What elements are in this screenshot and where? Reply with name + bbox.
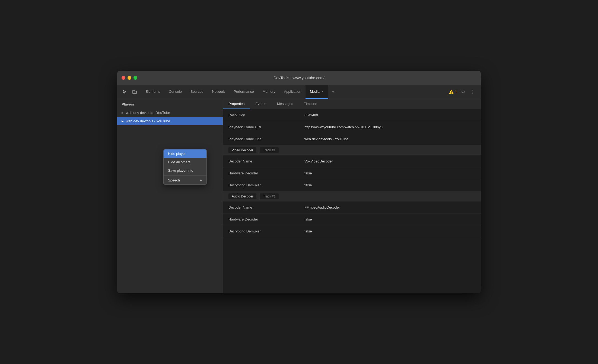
prop-row-playback-url: Playback Frame URL https://www.youtube.c… (223, 121, 481, 133)
warning-badge[interactable]: ⚠️ 1 (449, 90, 457, 94)
prop-row-video-decoder-name: Decoder Name VpxVideoDecoder (223, 155, 481, 167)
prop-label-playback-title: Playback Frame Title (228, 137, 304, 141)
audio-decoder-track: Track #1 (260, 193, 279, 199)
window-title: DevTools - www.youtube.com/ (273, 76, 325, 80)
prop-value-resolution: 854x480 (304, 113, 475, 117)
prop-value-playback-title: web.dev devtools - YouTube (304, 137, 475, 141)
device-icon[interactable] (130, 88, 139, 96)
prop-value-audio-decoder-name: FFmpegAudioDecoder (304, 205, 475, 209)
prop-row-video-hardware: Hardware Decoder false (223, 167, 481, 179)
prop-row-audio-decoder-name: Decoder Name FFmpegAudioDecoder (223, 202, 481, 213)
expand-arrow-2: ▶ (122, 120, 124, 123)
right-panel: Properties Events Messages Timeline Reso… (223, 99, 481, 293)
close-media-tab[interactable]: ✕ (321, 90, 324, 93)
toolbar: Elements Console Sources Network Perform… (117, 85, 481, 99)
prop-row-audio-demuxer: Decrypting Demuxer false (223, 225, 481, 237)
audio-decoder-badge: Audio Decoder (228, 193, 256, 199)
tab-application[interactable]: Application (280, 85, 306, 99)
video-decoder-section-header: Video Decoder Track #1 (223, 145, 481, 155)
prop-label-audio-demuxer: Decrypting Demuxer (228, 229, 304, 233)
minimize-button[interactable] (128, 76, 131, 80)
panel-tabs: Properties Events Messages Timeline (223, 99, 481, 109)
prop-value-video-demuxer: false (304, 183, 475, 187)
prop-row-video-demuxer: Decrypting Demuxer false (223, 179, 481, 191)
more-tabs-icon[interactable]: » (329, 88, 338, 96)
player-item-1[interactable]: ▶ web.dev devtools - YouTube (117, 108, 223, 117)
traffic-lights (122, 76, 137, 80)
player-label-1: web.dev devtools - YouTube (126, 111, 170, 115)
prop-label-video-decoder-name: Decoder Name (228, 159, 304, 163)
panel-tab-events[interactable]: Events (250, 99, 272, 109)
tab-network[interactable]: Network (208, 85, 230, 99)
prop-label-video-demuxer: Decrypting Demuxer (228, 183, 304, 187)
prop-label-playback-url: Playback Frame URL (228, 125, 304, 129)
svg-rect-0 (133, 90, 135, 94)
prop-value-audio-hardware: false (304, 217, 475, 221)
sidebar: Players ▶ web.dev devtools - YouTube ▶ w… (117, 99, 223, 293)
prop-value-video-hardware: false (304, 171, 475, 175)
prop-row-resolution: Resolution 854x480 (223, 109, 481, 121)
video-decoder-badge: Video Decoder (228, 147, 256, 153)
context-menu-speech[interactable]: Speech ▶ (164, 176, 206, 184)
context-menu-save-player-info[interactable]: Save player info (164, 166, 206, 175)
more-options-icon[interactable]: ⋮ (469, 88, 476, 96)
close-button[interactable] (122, 76, 125, 80)
properties-table: Resolution 854x480 Playback Frame URL ht… (223, 109, 481, 293)
panel-tab-properties[interactable]: Properties (223, 99, 250, 109)
prop-label-audio-hardware: Hardware Decoder (228, 217, 304, 221)
player-label-2: web.dev devtools - YouTube (126, 119, 170, 123)
tab-elements[interactable]: Elements (141, 85, 164, 99)
titlebar: DevTools - www.youtube.com/ (117, 71, 481, 85)
main-content: Players ▶ web.dev devtools - YouTube ▶ w… (117, 99, 481, 293)
toolbar-icons (118, 88, 141, 96)
nav-tabs: Elements Console Sources Network Perform… (141, 85, 446, 99)
settings-icon[interactable]: ⚙ (459, 88, 467, 96)
warning-icon: ⚠️ (449, 90, 454, 94)
prop-value-playback-url: https://www.youtube.com/watch?v=H0XScE08… (304, 125, 475, 129)
tab-performance[interactable]: Performance (229, 85, 258, 99)
context-menu-hide-player[interactable]: Hide player (164, 149, 206, 158)
prop-label-resolution: Resolution (228, 113, 304, 117)
tab-media[interactable]: Media ✕ (306, 85, 328, 99)
context-menu-hide-all-others[interactable]: Hide all others (164, 158, 206, 166)
speech-submenu-arrow: ▶ (200, 179, 202, 182)
panel-tab-timeline[interactable]: Timeline (298, 99, 323, 109)
toolbar-right: ⚠️ 1 ⚙ ⋮ (446, 88, 480, 96)
prop-value-audio-demuxer: false (304, 229, 475, 233)
maximize-button[interactable] (133, 76, 137, 80)
player-list: ▶ web.dev devtools - YouTube ▶ web.dev d… (117, 108, 223, 293)
tab-console[interactable]: Console (164, 85, 186, 99)
prop-row-playback-title: Playback Frame Title web.dev devtools - … (223, 133, 481, 145)
context-menu-divider (164, 175, 206, 175)
prop-label-video-hardware: Hardware Decoder (228, 171, 304, 175)
tab-sources[interactable]: Sources (186, 85, 208, 99)
expand-arrow-1: ▶ (122, 111, 124, 114)
warning-count: 1 (455, 90, 457, 94)
prop-value-video-decoder-name: VpxVideoDecoder (304, 159, 475, 163)
tab-memory[interactable]: Memory (258, 85, 280, 99)
devtools-window: DevTools - www.youtube.com/ Elements Con… (117, 71, 481, 293)
panel-tab-messages[interactable]: Messages (272, 99, 298, 109)
inspect-icon[interactable] (120, 88, 129, 96)
video-decoder-track: Track #1 (260, 147, 279, 153)
svg-rect-1 (135, 91, 136, 94)
context-menu: Hide player Hide all others Save player … (163, 149, 207, 185)
player-item-2[interactable]: ▶ web.dev devtools - YouTube (117, 117, 223, 125)
prop-label-audio-decoder-name: Decoder Name (228, 205, 304, 209)
sidebar-header: Players (117, 99, 223, 108)
audio-decoder-section-header: Audio Decoder Track #1 (223, 191, 481, 202)
prop-row-audio-hardware: Hardware Decoder false (223, 213, 481, 225)
